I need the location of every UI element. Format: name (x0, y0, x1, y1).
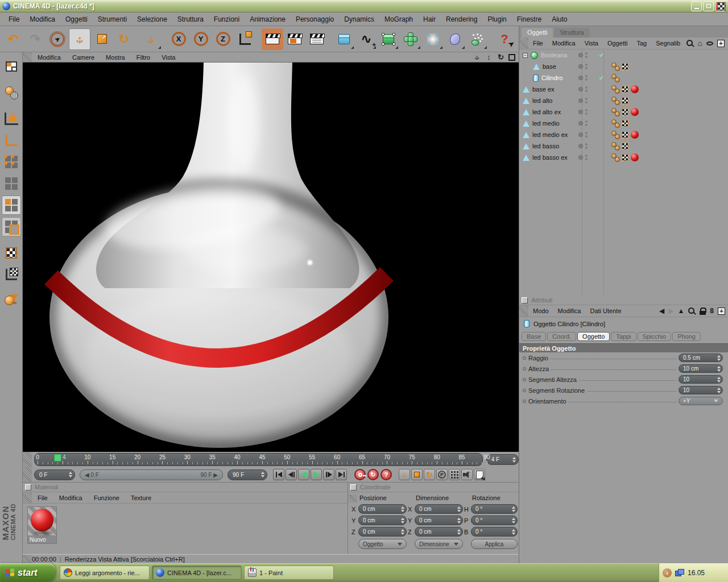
balls-tag-icon[interactable] (611, 97, 620, 105)
viewport-3d[interactable] (23, 63, 519, 452)
history-back-icon[interactable]: ◀ (659, 307, 664, 314)
balls-tag-icon[interactable] (611, 108, 620, 116)
goto-start-button[interactable] (273, 469, 284, 480)
position-y-field[interactable]: 0 cm (358, 516, 407, 525)
checker-tag-icon[interactable] (622, 97, 629, 105)
coordinate-system-button[interactable] (234, 28, 256, 50)
materials-panel-checkbox[interactable] (25, 484, 31, 490)
menu-modifica[interactable]: Modifica (24, 15, 60, 23)
material-tag-icon[interactable] (631, 108, 639, 116)
keyframe-help-button[interactable]: ? (380, 469, 392, 480)
play-forward-button[interactable] (311, 469, 322, 480)
menu-funzioni[interactable]: Funzioni (209, 15, 245, 23)
axis-mode-button[interactable] (2, 131, 21, 150)
viewport-menu-modifica[interactable]: Modifica (32, 54, 67, 61)
tree-item-cilindro[interactable]: Cilindro✔ (519, 72, 728, 84)
particles-button[interactable] (466, 28, 488, 50)
visibility-dots[interactable] (578, 98, 599, 103)
orientamento-dropdown[interactable]: +Y (679, 397, 723, 405)
enabled-check-icon[interactable]: ✔ (599, 52, 607, 59)
balls-tag-icon[interactable] (611, 131, 620, 139)
altezza-field[interactable]: 10 cm (679, 364, 723, 373)
menu-finestre[interactable]: Finestre (512, 15, 547, 23)
texture-axis-mode-button[interactable] (2, 243, 21, 263)
panel-grip[interactable] (23, 52, 32, 62)
history-forward-icon[interactable]: ▶ (668, 307, 673, 314)
attributes-grip[interactable] (519, 305, 528, 317)
om-menu-file[interactable]: File (528, 40, 548, 47)
rotate-tool-button[interactable]: ↻ (113, 28, 135, 50)
record-position-toggle[interactable]: ↔↕ (399, 469, 410, 480)
position-z-field[interactable]: 0 cm (358, 527, 407, 537)
environment-objects-button[interactable] (444, 28, 466, 50)
visibility-dots[interactable] (578, 75, 599, 81)
record-pla-toggle[interactable] (449, 469, 460, 480)
balls-tag-icon[interactable] (611, 119, 620, 127)
restore-button[interactable] (703, 1, 714, 11)
record-parameter-toggle[interactable]: P (436, 469, 448, 480)
checker-tag-icon[interactable] (622, 63, 629, 70)
lock-icon[interactable] (700, 307, 706, 315)
deformers-button[interactable]: ↖↗↙↘ (422, 28, 444, 50)
rotation-b-field[interactable]: 0 ° (471, 527, 518, 537)
move-tool-button[interactable]: ↔↕ (69, 28, 90, 50)
snap-settings-button[interactable] (2, 291, 21, 310)
tree-item-led-alto-ex[interactable]: led alto ex (519, 106, 728, 118)
visibility-dots[interactable] (578, 64, 599, 69)
playhead[interactable] (54, 454, 61, 462)
keyframe-selection-button[interactable] (474, 469, 485, 480)
tree-item-led-basso[interactable]: led basso (519, 140, 728, 152)
menu-grid-icon[interactable] (717, 2, 726, 11)
attributes-panel-checkbox[interactable] (522, 297, 528, 304)
minimize-button[interactable] (691, 1, 702, 11)
material-tag-icon[interactable] (631, 153, 639, 161)
viewport-rotate-icon[interactable]: ↻ (497, 53, 505, 61)
attr-menu-modifica[interactable]: Modifica (553, 307, 586, 314)
viewport-pan-icon[interactable]: ↔↕ (473, 53, 481, 61)
workplane-mode-button[interactable] (2, 265, 21, 284)
menu-aiuto[interactable]: Aiuto (547, 15, 572, 23)
menu-plugin[interactable]: Plugin (482, 15, 511, 23)
menu-selezione[interactable]: Selezione (132, 15, 172, 23)
undo-button[interactable]: ↶ (2, 28, 24, 50)
coordinates-panel-checkbox[interactable] (350, 484, 357, 490)
viewport-zoom-icon[interactable]: ↕ (485, 53, 493, 61)
checker-tag-icon[interactable] (622, 143, 629, 150)
menu-rendering[interactable]: Rendering (441, 15, 482, 23)
texture-mode-button[interactable] (2, 217, 21, 236)
play-backward-button[interactable] (298, 469, 309, 480)
active-tool-button[interactable]: ↔↕ (140, 28, 162, 50)
attr-tab-base[interactable]: Base (522, 332, 546, 341)
dimension-x-field[interactable]: 0 cm (415, 504, 463, 514)
menu-file[interactable]: File (3, 15, 24, 23)
raggio-field[interactable]: 0.5 cm (679, 354, 723, 362)
timeline-range-slider[interactable]: ◀ 0 F 90 F ▶ (80, 469, 223, 480)
previous-frame-button[interactable] (286, 469, 297, 480)
attr-menu-modo[interactable]: Modo (528, 307, 553, 314)
parent-object-icon[interactable]: ▲ (677, 307, 684, 314)
polygon-mode-button[interactable] (2, 196, 21, 215)
help-button[interactable]: ?➤ (494, 28, 515, 50)
viewport-menu-filtro[interactable]: Filtro (131, 54, 156, 61)
record-rotation-toggle[interactable]: ↻ (424, 469, 435, 480)
tray-chevron-icon[interactable]: ‹ (663, 568, 672, 577)
attr-tab-spicchio[interactable]: Spicchio (638, 332, 672, 341)
live-selection-button[interactable]: ➤ (47, 28, 68, 50)
material-tag-icon[interactable] (631, 131, 639, 139)
dimension-mode-dropdown[interactable]: Dimensione (415, 539, 463, 549)
checker-tag-icon[interactable] (622, 109, 629, 116)
viewport-menu-camere[interactable]: Camere (67, 54, 100, 61)
tree-item-base[interactable]: base (519, 61, 728, 72)
render-settings-button[interactable] (306, 28, 328, 50)
dimension-z-field[interactable]: 0 cm (415, 527, 463, 537)
balls-tag-icon[interactable] (611, 142, 620, 150)
tab-struttura[interactable]: Struttura (554, 28, 589, 38)
enabled-check-icon[interactable]: ✔ (599, 74, 607, 82)
make-editable-button[interactable] (2, 57, 21, 76)
spline-tools-button[interactable]: ∿+ (355, 28, 377, 50)
materials-grip[interactable] (23, 492, 32, 503)
visibility-dots[interactable] (578, 143, 599, 149)
attr-menu-dati-utente[interactable]: Dati Utente (586, 307, 626, 314)
range-start-field[interactable]: 0 F (34, 469, 75, 480)
rotation-p-field[interactable]: 0 ° (471, 516, 518, 525)
